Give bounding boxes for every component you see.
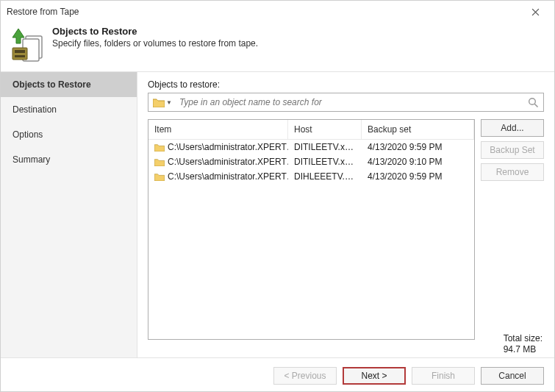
folder-icon [154,143,165,152]
svg-rect-2 [12,48,27,60]
backup-set-button[interactable]: Backup Set [481,141,544,159]
item-host: DITILEETV.xpert… [288,140,362,154]
item-backup-set: 4/13/2020 9:10 PM [362,155,474,168]
item-backup-set: 4/13/2020 9:59 PM [362,170,474,183]
add-button[interactable]: Add... [481,119,544,137]
search-button[interactable] [523,97,543,108]
search-icon [528,97,539,108]
next-button[interactable]: Next > [343,367,406,385]
folder-icon [154,158,165,166]
svg-rect-4 [15,55,25,57]
chevron-down-icon: ▼ [166,99,172,106]
column-header-item[interactable]: Item [148,120,288,139]
close-icon [531,8,540,16]
svg-point-5 [529,98,535,104]
step-objects-to-restore[interactable]: Objects to Restore [1,72,137,97]
remove-button[interactable]: Remove [481,163,544,181]
previous-button[interactable]: < Previous [273,367,337,385]
objects-table: Item Host Backup set C:\Users\administra… [148,119,475,340]
total-size-value: 94.7 MB [504,344,543,356]
finish-button[interactable]: Finish [412,367,475,385]
cancel-button[interactable]: Cancel [481,367,544,385]
item-path: C:\Users\administrator.XPERT… [168,171,288,182]
table-row[interactable]: C:\Users\administrator.XPERT… DITILEETV.… [148,140,474,154]
folder-icon [154,173,165,181]
page-title: Objects to Restore [52,26,258,37]
wizard-steps: Objects to Restore Destination Options S… [1,72,137,357]
total-size-label: Total size: [504,333,543,345]
table-row[interactable]: C:\Users\administrator.XPERT… DIHLEEETV.… [148,169,474,184]
search-type-dropdown[interactable]: ▼ [148,93,175,111]
item-backup-set: 4/13/2020 9:59 PM [362,140,474,154]
column-header-host[interactable]: Host [288,120,362,139]
step-summary[interactable]: Summary [1,147,137,172]
folder-icon [153,98,165,107]
wizard-icon [11,26,48,63]
section-label: Objects to restore: [148,79,544,90]
step-options[interactable]: Options [1,122,137,147]
window-title: Restore from Tape [7,7,79,17]
svg-line-6 [534,104,537,107]
svg-rect-3 [15,50,25,53]
close-button[interactable] [522,1,548,22]
search-bar: ▼ [148,93,544,112]
item-path: C:\Users\administrator.XPERT… [168,157,288,167]
table-body[interactable]: C:\Users\administrator.XPERT… DITILEETV.… [148,140,474,339]
item-path: C:\Users\administrator.XPERT… [168,142,288,152]
column-header-backup-set[interactable]: Backup set [362,120,474,139]
step-destination[interactable]: Destination [1,97,137,122]
table-row[interactable]: C:\Users\administrator.XPERT… DITILEETV.… [148,154,474,169]
search-input[interactable] [175,93,523,111]
item-host: DIHLEEETV.xpert… [288,170,362,183]
item-host: DITILEETV.xpert… [288,155,362,168]
page-subtitle: Specify files, folders or volumes to res… [52,38,258,49]
